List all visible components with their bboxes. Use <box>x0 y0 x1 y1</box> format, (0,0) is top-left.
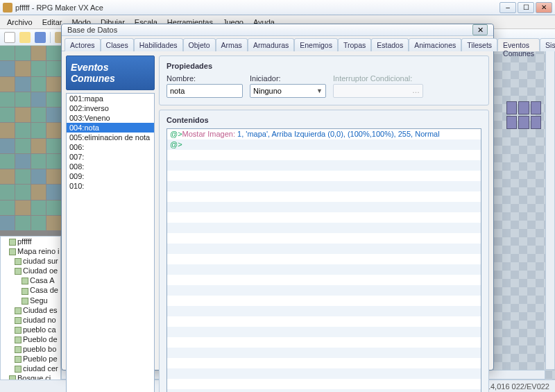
tree-node[interactable]: Pueblo de <box>1 334 60 344</box>
map-tree: pfffffMapa reino iciudad surCiudad oeCas… <box>0 236 61 392</box>
tree-node[interactable]: Pueblo pe <box>1 354 60 364</box>
trigger-select[interactable]: Ninguno ▼ <box>250 84 326 98</box>
main-titlebar: pfffff - RPG Maker VX Ace – ☐ ✕ <box>0 0 555 15</box>
tree-node[interactable]: pfffff <box>1 237 60 246</box>
save-icon[interactable] <box>35 32 46 43</box>
tree-node[interactable]: Casa de <box>1 285 60 295</box>
switch-input: … <box>333 84 423 98</box>
dialog-title: Base de Datos <box>67 26 472 34</box>
tree-node[interactable]: Casa A <box>1 275 60 285</box>
tab-objeto[interactable]: Objeto <box>183 38 216 51</box>
tab-clases[interactable]: Clases <box>101 38 134 51</box>
event-item[interactable]: 002:inverso <box>67 103 154 113</box>
event-item[interactable]: 004:nota <box>67 123 154 133</box>
contents-group: Contenidos @>Mostar Imagen: 1, 'mapa', A… <box>159 110 489 392</box>
properties-group: Propiedades Nombre: Iniciador: Ninguno ▼ <box>159 56 489 105</box>
menu-archivo[interactable]: Archivo <box>3 17 37 28</box>
tab-eventos-comunes[interactable]: Eventos Comunes <box>497 38 540 51</box>
name-label: Nombre: <box>166 74 243 83</box>
command-row[interactable]: @> <box>167 139 481 150</box>
tab-armas[interactable]: Armas <box>216 38 248 51</box>
tree-node[interactable]: Ciudad oe <box>1 266 60 275</box>
event-item[interactable]: 005:eliminacion de nota <box>67 133 154 142</box>
tab-tropas[interactable]: Tropas <box>338 38 371 51</box>
window-title: pfffff - RPG Maker VX Ace <box>15 3 500 12</box>
minimize-button[interactable]: – <box>500 2 516 13</box>
command-list[interactable]: @>Mostar Imagen: 1, 'mapa', Arriba Izqui… <box>166 128 481 392</box>
database-dialog: Base de Datos ✕ ActoresClasesHabilidades… <box>61 24 494 370</box>
event-item[interactable]: 007: <box>67 152 154 162</box>
tab-animaciones[interactable]: Animaciones <box>409 38 461 51</box>
tree-node[interactable]: ciudad sur <box>1 256 60 266</box>
panel-header: Eventos Comunes <box>66 56 155 90</box>
event-item[interactable]: 010: <box>67 181 154 191</box>
tree-node[interactable]: Mapa reino i <box>1 246 60 256</box>
event-item[interactable]: 008: <box>67 162 154 171</box>
tab-habilidades[interactable]: Habilidades <box>134 38 183 51</box>
tree-node[interactable]: ciudad cer <box>1 364 60 373</box>
name-input[interactable] <box>166 84 243 98</box>
tab-tilesets[interactable]: Tilesets <box>461 38 497 51</box>
event-item[interactable]: 009: <box>67 171 154 181</box>
contents-title: Contenidos <box>166 116 481 124</box>
chevron-down-icon: ▼ <box>316 87 323 94</box>
event-item[interactable]: 001:mapa <box>67 94 154 103</box>
event-item[interactable]: 003:Veneno <box>67 113 154 123</box>
app-icon <box>3 3 12 12</box>
tab-actores[interactable]: Actores <box>65 38 101 51</box>
open-icon[interactable] <box>19 32 31 43</box>
event-item[interactable]: 006: <box>67 142 154 152</box>
tree-node[interactable]: pueblo ca <box>1 325 60 334</box>
tree-node[interactable]: Ciudad es <box>1 305 60 315</box>
tree-node[interactable]: ciudad no <box>1 315 60 325</box>
event-list[interactable]: 001:mapa002:inverso003:Veneno004:nota005… <box>66 93 155 392</box>
properties-title: Propiedades <box>166 62 481 70</box>
switch-label: Interruptor Condicional: <box>333 74 423 83</box>
maximize-button[interactable]: ☐ <box>518 2 534 13</box>
dialog-close-button[interactable]: ✕ <box>472 24 488 35</box>
trigger-label: Iniciador: <box>250 74 326 83</box>
tab-enemigos[interactable]: Enemigos <box>294 38 338 51</box>
tab-estados[interactable]: Estados <box>371 38 409 51</box>
tree-node[interactable]: Segu <box>1 296 60 305</box>
tab-armaduras[interactable]: Armaduras <box>248 38 294 51</box>
command-row[interactable]: @>Mostar Imagen: 1, 'mapa', Arriba Izqui… <box>167 129 481 139</box>
tree-node[interactable]: pueblo bo <box>1 344 60 354</box>
tab-sistema[interactable]: Sistema <box>540 38 555 51</box>
dialog-tabs: ActoresClasesHabilidadesObjetoArmasArmad… <box>62 36 493 51</box>
map-scroll-v[interactable] <box>545 46 555 370</box>
close-button[interactable]: ✕ <box>536 2 552 13</box>
new-icon[interactable] <box>4 32 15 43</box>
